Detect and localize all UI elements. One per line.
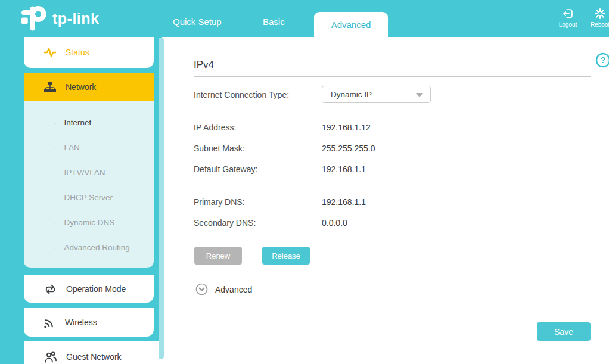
- page-title: IPv4: [194, 59, 214, 71]
- connection-type-label: Internet Connection Type:: [194, 90, 289, 99]
- content-divider-strip: [159, 38, 164, 359]
- sidebar-item-operation-mode[interactable]: Operation Mode: [24, 275, 154, 303]
- sidebar-item-wireless[interactable]: Wireless: [24, 308, 154, 337]
- tab-advanced-label: Advanced: [331, 20, 371, 30]
- sidebar-network-label: Network: [66, 82, 96, 92]
- renew-button[interactable]: Renew: [194, 247, 242, 265]
- ip-address-value: 192.168.1.12: [322, 123, 371, 132]
- operation-mode-icon: [44, 284, 57, 295]
- network-submenu: - Internet - LAN - IPTV/VLAN - DHCP Serv…: [24, 101, 154, 268]
- primary-dns-label: Primary DNS:: [194, 197, 245, 207]
- title-divider: [194, 76, 591, 77]
- save-button[interactable]: Save: [537, 322, 591, 341]
- guest-network-icon: [44, 351, 57, 363]
- submenu-item-iptv-vlan[interactable]: - IPTV/VLAN: [54, 168, 105, 179]
- help-button[interactable]: ?: [595, 52, 609, 68]
- logout-label: Logout: [559, 21, 577, 28]
- tab-basic[interactable]: Basic: [263, 17, 285, 27]
- default-gateway-value: 192.168.1.1: [322, 164, 366, 174]
- svg-text:?: ?: [601, 55, 606, 65]
- chevron-down-icon: [416, 93, 423, 97]
- tp-link-logo-icon: [21, 5, 47, 32]
- submenu-dash: -: [54, 143, 57, 154]
- advanced-toggle[interactable]: Advanced: [195, 283, 252, 295]
- submenu-item-internet[interactable]: - Internet: [54, 118, 91, 129]
- help-icon: ?: [595, 52, 609, 68]
- submenu-dash: -: [54, 243, 57, 254]
- wireless-icon: [44, 316, 56, 329]
- chevron-down-circle-icon: [195, 283, 208, 295]
- submenu-dash: -: [54, 218, 57, 229]
- subnet-mask-label: Subnet Mask:: [194, 144, 245, 153]
- connection-type-select[interactable]: Dynamic IP: [322, 86, 431, 103]
- submenu-dash: -: [54, 168, 57, 179]
- submenu-item-dhcp-server[interactable]: - DHCP Server: [54, 193, 113, 204]
- subnet-mask-value: 255.255.255.0: [322, 144, 375, 153]
- sidebar-wireless-label: Wireless: [65, 318, 97, 327]
- reboot-label: Reboot: [591, 21, 609, 28]
- reboot-icon: [594, 7, 607, 20]
- router-admin-screen: tp-link Quick Setup Basic Advanced Logou…: [0, 0, 609, 364]
- reboot-button[interactable]: Reboot: [582, 7, 609, 28]
- connection-type-value: Dynamic IP: [331, 90, 372, 99]
- sidebar-guest-network-label: Guest Network: [66, 352, 122, 362]
- sidebar-item-guest-network[interactable]: Guest Network: [24, 341, 154, 364]
- submenu-item-lan[interactable]: - LAN: [54, 143, 80, 154]
- default-gateway-label: Default Gateway:: [194, 164, 257, 174]
- logo-wordmark: tp-link: [52, 10, 100, 27]
- sidebar-item-network[interactable]: Network: [24, 73, 154, 101]
- submenu-item-advanced-routing[interactable]: - Advanced Routing: [54, 243, 130, 254]
- submenu-item-dynamic-dns[interactable]: - Dynamic DNS: [54, 218, 114, 229]
- tab-quick-setup[interactable]: Quick Setup: [173, 17, 222, 27]
- submenu-dash: -: [54, 193, 57, 204]
- tab-advanced[interactable]: Advanced: [314, 12, 388, 37]
- release-button[interactable]: Release: [262, 247, 310, 265]
- advanced-toggle-label: Advanced: [215, 285, 252, 294]
- ip-address-label: IP Address:: [194, 123, 236, 132]
- sidebar-operation-mode-label: Operation Mode: [66, 284, 126, 294]
- sidebar-item-status[interactable]: Status: [24, 37, 154, 68]
- tp-link-logo: tp-link: [21, 5, 100, 32]
- primary-dns-value: 192.168.1.1: [322, 197, 366, 207]
- logout-button[interactable]: Logout: [550, 7, 586, 28]
- status-pulse-icon: [44, 47, 57, 58]
- sidebar-status-label: Status: [66, 48, 89, 57]
- secondary-dns-label: Secondary DNS:: [194, 218, 256, 228]
- logout-icon: [561, 7, 574, 20]
- top-header: tp-link Quick Setup Basic Advanced Logou…: [0, 0, 609, 37]
- secondary-dns-value: 0.0.0.0: [322, 218, 347, 228]
- network-topology-icon: [44, 80, 57, 94]
- submenu-dash: -: [54, 118, 57, 129]
